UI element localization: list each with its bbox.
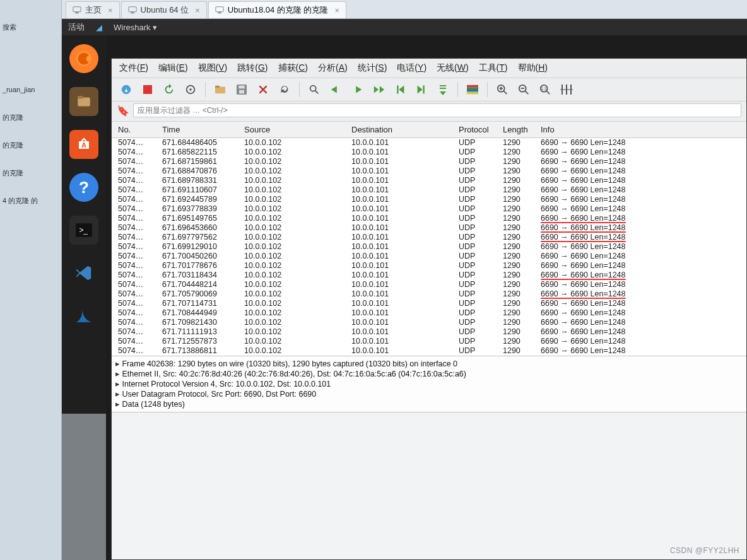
close-icon[interactable]: ×: [334, 6, 339, 15]
restart-capture-icon[interactable]: [160, 81, 179, 98]
toolbar-separator: [299, 82, 300, 97]
packet-row[interactable]: 5074… 671.687159861 10.0.0.102 10.0.0.10…: [112, 157, 746, 166]
menu-item[interactable]: 无线(W): [437, 62, 469, 74]
go-last-icon[interactable]: [412, 81, 431, 98]
column-header[interactable]: Source: [242, 124, 349, 136]
detail-line[interactable]: Ethernet II, Src: 40:2c:76:8d:40:26 (40:…: [115, 369, 743, 379]
column-header[interactable]: Length: [500, 124, 538, 136]
go-forward-icon[interactable]: [348, 81, 367, 98]
display-filter-input[interactable]: [133, 103, 741, 117]
close-file-icon[interactable]: [254, 81, 273, 98]
go-to-packet-icon[interactable]: [369, 81, 388, 98]
packet-details-pane[interactable]: Frame 402638: 1290 bytes on wire (10320 …: [112, 356, 746, 412]
packet-row[interactable]: 5074… 671.699129010 10.0.0.102 10.0.0.10…: [112, 242, 746, 252]
packet-row[interactable]: 5074… 671.685822115 10.0.0.102 10.0.0.10…: [112, 148, 746, 157]
firefox-icon[interactable]: [69, 44, 98, 73]
capture-options-icon[interactable]: [181, 81, 200, 98]
go-first-icon[interactable]: [391, 81, 409, 98]
host-tree: _ruan_jian的克隆的克隆的克隆4 的克隆 的: [3, 76, 38, 214]
column-header[interactable]: No.: [115, 124, 160, 136]
detail-line[interactable]: Internet Protocol Version 4, Src: 10.0.0…: [115, 379, 743, 389]
packet-row[interactable]: 5074… 671.700450260 10.0.0.102 10.0.0.10…: [112, 252, 746, 261]
zoom-reset-icon[interactable]: 1:1: [536, 81, 555, 98]
column-header[interactable]: Info: [538, 124, 743, 136]
host-tree-item[interactable]: 的克隆: [3, 159, 38, 187]
detail-line[interactable]: Frame 402638: 1290 bytes on wire (10320 …: [115, 359, 743, 369]
go-back-icon[interactable]: [326, 81, 345, 98]
packet-row[interactable]: 5074… 671.701778676 10.0.0.102 10.0.0.10…: [112, 261, 746, 271]
cell-source: 10.0.0.102: [242, 346, 349, 356]
packet-row[interactable]: 5074… 671.684486405 10.0.0.102 10.0.0.10…: [112, 138, 746, 148]
gnome-activities[interactable]: 活动: [68, 21, 85, 33]
zoom-out-icon[interactable]: [514, 81, 533, 98]
packet-row[interactable]: 5074… 671.693778839 10.0.0.102 10.0.0.10…: [112, 204, 746, 214]
menu-item[interactable]: 文件(F): [119, 62, 148, 74]
cell-proto: UDP: [456, 185, 500, 195]
colorize-icon[interactable]: [463, 81, 482, 98]
reload-file-icon[interactable]: [275, 81, 294, 98]
menu-item[interactable]: 统计(S): [358, 62, 387, 74]
menu-item[interactable]: 帮助(H): [518, 62, 548, 74]
stop-capture-icon[interactable]: [138, 81, 157, 98]
packet-row[interactable]: 5074… 671.696453660 10.0.0.102 10.0.0.10…: [112, 223, 746, 233]
start-capture-icon[interactable]: [117, 81, 136, 98]
menu-item[interactable]: 分析(A): [318, 62, 348, 74]
files-icon[interactable]: [69, 87, 98, 116]
cell-source: 10.0.0.102: [242, 223, 349, 233]
menu-item[interactable]: 捕获(C): [278, 62, 308, 74]
auto-scroll-icon[interactable]: [433, 81, 452, 98]
column-header[interactable]: Time: [160, 124, 242, 136]
packet-row[interactable]: 5074… 671.689788331 10.0.0.102 10.0.0.10…: [112, 176, 746, 185]
vm-tab[interactable]: Ubuntu18.04 的克隆 的克隆 ×: [208, 1, 346, 18]
cell-proto: UDP: [456, 157, 500, 166]
cell-proto: UDP: [456, 214, 500, 223]
resize-columns-icon[interactable]: [557, 81, 576, 98]
help-icon[interactable]: ?: [69, 173, 98, 202]
menu-item[interactable]: 视图(V): [198, 62, 228, 74]
svg-rect-17: [215, 86, 220, 88]
gnome-app-menu[interactable]: Wireshark ▾: [114, 23, 157, 32]
packet-row[interactable]: 5074… 671.712557873 10.0.0.102 10.0.0.10…: [112, 337, 746, 346]
packet-row[interactable]: 5074… 671.703118434 10.0.0.102 10.0.0.10…: [112, 271, 746, 280]
menu-item[interactable]: 编辑(E): [158, 62, 188, 74]
cell-proto: UDP: [456, 337, 500, 346]
save-file-icon[interactable]: [232, 81, 251, 98]
close-icon[interactable]: ×: [195, 6, 200, 15]
vm-tab[interactable]: 主页 ×: [66, 1, 120, 18]
packet-row[interactable]: 5074… 671.688470876 10.0.0.102 10.0.0.10…: [112, 166, 746, 176]
vscode-icon[interactable]: [69, 259, 98, 288]
packet-row[interactable]: 5074… 671.707114731 10.0.0.102 10.0.0.10…: [112, 299, 746, 308]
open-file-icon[interactable]: [211, 81, 230, 98]
vm-tab[interactable]: Ubuntu 64 位 ×: [121, 1, 207, 18]
packet-row[interactable]: 5074… 671.711111913 10.0.0.102 10.0.0.10…: [112, 327, 746, 337]
host-tree-item[interactable]: 4 的克隆 的: [3, 187, 38, 214]
menu-item[interactable]: 工具(T): [479, 62, 508, 74]
packet-row[interactable]: 5074… 671.705790069 10.0.0.102 10.0.0.10…: [112, 289, 746, 299]
packet-row[interactable]: 5074… 671.691110607 10.0.0.102 10.0.0.10…: [112, 185, 746, 195]
packet-row[interactable]: 5074… 671.709821430 10.0.0.102 10.0.0.10…: [112, 318, 746, 327]
zoom-in-icon[interactable]: [493, 81, 512, 98]
host-tree-item[interactable]: 的克隆: [3, 103, 38, 131]
packet-row[interactable]: 5074… 671.692445789 10.0.0.102 10.0.0.10…: [112, 195, 746, 204]
find-packet-icon[interactable]: [305, 81, 324, 98]
packet-row[interactable]: 5074… 671.704448214 10.0.0.102 10.0.0.10…: [112, 280, 746, 289]
packet-row[interactable]: 5074… 671.695149765 10.0.0.102 10.0.0.10…: [112, 214, 746, 223]
packet-list-header[interactable]: No.TimeSourceDestinationProtocolLengthIn…: [112, 122, 746, 138]
host-tree-item[interactable]: 的克隆: [3, 131, 38, 159]
wireshark-dock-icon[interactable]: [69, 301, 98, 330]
packet-row[interactable]: 5074… 671.713886811 10.0.0.102 10.0.0.10…: [112, 346, 746, 356]
detail-line[interactable]: User Datagram Protocol, Src Port: 6690, …: [115, 389, 743, 399]
column-header[interactable]: Protocol: [456, 124, 500, 136]
packet-row[interactable]: 5074… 671.697797562 10.0.0.102 10.0.0.10…: [112, 233, 746, 242]
bookmark-icon[interactable]: 🔖: [117, 105, 129, 117]
packet-list-body[interactable]: 5074… 671.684486405 10.0.0.102 10.0.0.10…: [112, 138, 746, 356]
menu-item[interactable]: 跳转(G): [237, 62, 268, 74]
menu-item[interactable]: 电话(Y): [397, 62, 426, 74]
ubuntu-software-icon[interactable]: A: [69, 130, 98, 159]
column-header[interactable]: Destination: [349, 124, 456, 136]
terminal-icon[interactable]: >_: [69, 216, 98, 245]
packet-row[interactable]: 5074… 671.708444949 10.0.0.102 10.0.0.10…: [112, 308, 746, 318]
detail-line[interactable]: Data (1248 bytes): [115, 399, 743, 409]
close-icon[interactable]: ×: [108, 6, 113, 15]
host-tree-item[interactable]: _ruan_jian: [3, 76, 38, 103]
